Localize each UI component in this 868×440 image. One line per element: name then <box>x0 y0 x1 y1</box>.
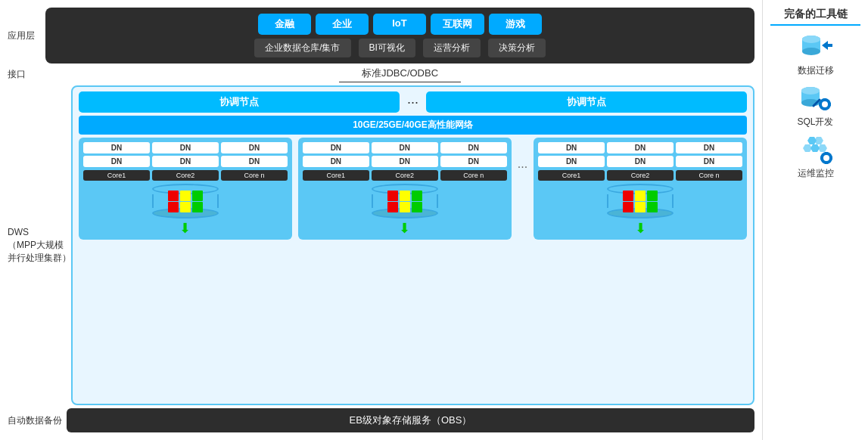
block-green <box>412 202 422 212</box>
cluster-2: DN DN DN DN DN DN Core1 Core2 Core n <box>298 138 512 240</box>
app-layer-row: 应用层 金融 企业 IoT 互联网 游戏 企业数据仓库/集市 BI可视化 运营分… <box>8 8 754 64</box>
core-row-1: Core1 Core2 Core n <box>83 170 288 181</box>
dws-label-1: DWS <box>8 226 29 239</box>
block-yellow <box>635 202 646 212</box>
block-yellow <box>400 202 410 212</box>
clusters-row: DN DN DN DN DN DN Core1 Core2 Core n <box>79 138 747 399</box>
block-red <box>168 191 179 201</box>
svg-point-21 <box>823 155 829 161</box>
dn-cell: DN <box>372 156 438 167</box>
app-layer-label: 应用层 <box>8 29 41 42</box>
dn-cell: DN <box>607 142 674 153</box>
drum-body <box>607 194 674 208</box>
coord-row: 协调节点 ··· 协调节点 <box>79 91 747 113</box>
block-group-r <box>168 191 179 212</box>
tool-data-migrate-label: 数据迁移 <box>798 64 834 77</box>
dn-cell: DN <box>152 142 219 153</box>
svg-point-3 <box>802 36 820 43</box>
app-layer-box: 金融 企业 IoT 互联网 游戏 企业数据仓库/集市 BI可视化 运营分析 决策… <box>45 8 754 64</box>
block-yellow <box>400 191 410 201</box>
block-group-g <box>192 191 203 212</box>
dots-label: ··· <box>404 95 422 110</box>
core-cell: Core n <box>221 170 288 181</box>
core-cell: Core n <box>440 170 507 181</box>
block-yellow <box>635 191 646 201</box>
svg-rect-11 <box>823 107 826 110</box>
svg-rect-23 <box>825 162 828 164</box>
tool-sql-dev-label: SQL开发 <box>797 116 833 129</box>
dn-cell: DN <box>538 156 605 167</box>
block-group-r <box>623 191 633 212</box>
tool-ops-monitor: 运维监控 <box>798 135 834 180</box>
dn-grid-2-top: DN DN DN DN DN DN <box>303 142 507 167</box>
dws-main-box: 协调节点 ··· 协调节点 10GE/25GE/40GE高性能网络 DN DN … <box>71 85 754 405</box>
app-buttons-row: 金融 企业 IoT 互联网 游戏 <box>53 14 747 35</box>
interface-content: 标准JDBC/ODBC <box>45 67 754 82</box>
block-group-g <box>647 191 658 212</box>
dws-label: DWS （MPP大规模 并行处理集群） <box>8 85 71 405</box>
block-group-y <box>180 191 191 212</box>
arrow-down-2: ⬇ <box>399 222 410 235</box>
app-tag-bi: BI可视化 <box>359 39 415 57</box>
block-green <box>192 191 203 201</box>
dn-cell: DN <box>83 156 150 167</box>
tool-ops-monitor-label: 运维监控 <box>798 167 834 180</box>
block-red <box>623 191 633 201</box>
svg-rect-24 <box>820 156 823 160</box>
core-row-2: Core1 Core2 Core n <box>303 170 507 181</box>
block-green <box>647 191 658 201</box>
core-cell: Core n <box>676 170 742 181</box>
dn-cell: DN <box>372 142 438 153</box>
block-yellow <box>180 191 191 201</box>
dn-cell: DN <box>676 142 742 153</box>
drum-blocks <box>623 191 658 212</box>
app-tag-dw: 企业数据仓库/集市 <box>254 39 350 57</box>
ops-monitor-icon <box>798 135 834 165</box>
app-btn-game[interactable]: 游戏 <box>489 14 542 35</box>
block-green <box>647 202 658 212</box>
dn-cell: DN <box>676 156 742 167</box>
storage-row: 自动数据备份 EB级对象存储服务（OBS） <box>8 408 754 432</box>
svg-marker-16 <box>814 137 823 144</box>
dn-cell: DN <box>152 156 219 167</box>
dn-cell: DN <box>303 156 369 167</box>
svg-rect-10 <box>823 98 826 101</box>
tool-sql-dev: SQL开发 <box>797 83 833 129</box>
app-btn-finance[interactable]: 金融 <box>258 14 311 35</box>
database-migrate-icon <box>798 32 834 62</box>
drum-3 <box>538 184 742 218</box>
block-red <box>168 202 179 212</box>
block-group-y <box>635 191 646 212</box>
core-cell: Core1 <box>538 170 605 181</box>
block-group-y <box>400 191 410 212</box>
sql-dev-icon <box>797 83 833 113</box>
svg-point-2 <box>802 48 820 55</box>
app-tag-decision: 决策分析 <box>488 39 546 57</box>
svg-marker-19 <box>818 144 827 152</box>
core-cell: Core2 <box>607 170 674 181</box>
svg-point-7 <box>801 87 820 95</box>
arrow-down-1: ⬇ <box>179 222 191 235</box>
drum-body <box>152 194 219 208</box>
drum-1 <box>83 184 288 218</box>
svg-rect-22 <box>825 152 828 154</box>
block-yellow <box>180 202 191 212</box>
app-tags-row: 企业数据仓库/集市 BI可视化 运营分析 决策分析 <box>53 39 747 57</box>
app-btn-iot[interactable]: IoT <box>373 14 426 35</box>
tool-data-migrate: 数据迁移 <box>798 32 834 77</box>
core-cell: Core1 <box>83 170 150 181</box>
dn-grid-1-top: DN DN DN DN DN DN <box>83 142 288 167</box>
interface-label: 接口 <box>8 68 41 81</box>
cluster-3: DN DN DN DN DN DN Core1 Core2 Core n <box>534 138 747 240</box>
core-cell: Core1 <box>303 170 369 181</box>
app-btn-enterprise[interactable]: 企业 <box>316 14 369 35</box>
dn-cell: DN <box>221 142 288 153</box>
right-panel: 完备的工具链 数据迁移 <box>762 0 868 440</box>
svg-rect-12 <box>819 103 822 106</box>
app-btn-internet[interactable]: 互联网 <box>431 14 484 35</box>
clusters-dots: ··· <box>518 138 527 174</box>
block-red <box>387 191 398 201</box>
drum-2 <box>303 184 507 218</box>
dws-label-3: 并行处理集群） <box>8 252 71 265</box>
dn-cell: DN <box>83 142 150 153</box>
